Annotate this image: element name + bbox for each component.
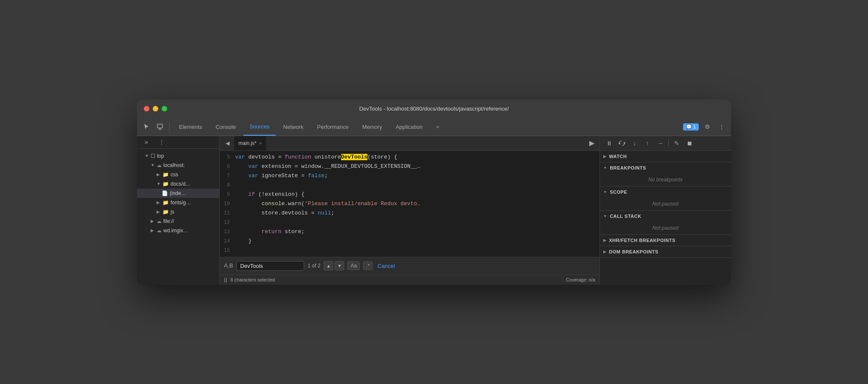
- tree-item-wd[interactable]: ▶ ☁ wd.imgix…: [137, 226, 219, 235]
- format-icon[interactable]: {}: [224, 277, 227, 282]
- tree-item-js[interactable]: ▶ 📁 js: [137, 207, 219, 217]
- dom-section-header[interactable]: ▶ DOM Breakpoints: [600, 246, 731, 257]
- code-line-11: 11 store.devtools = null;: [220, 209, 599, 218]
- sidebar-collapse-icon[interactable]: »: [140, 136, 152, 148]
- code-line-7: 7 var ignoreState = false;: [220, 171, 599, 181]
- main-toolbar: Elements Console Sources Network Perform…: [137, 118, 731, 136]
- search-input[interactable]: [236, 261, 304, 271]
- editor-panel: ◀ main.js* × ▶ 5var devtools = function …: [220, 136, 599, 285]
- editor-tabs: ◀ main.js* × ▶: [220, 136, 599, 151]
- step-into-button[interactable]: ↓: [629, 137, 641, 149]
- minimize-button[interactable]: [153, 106, 158, 111]
- close-button[interactable]: [144, 106, 149, 111]
- tree-item-fonts[interactable]: ▶ 📁 fonts/g…: [137, 198, 219, 207]
- pause-button[interactable]: ⏸: [603, 137, 615, 149]
- tab-elements[interactable]: Elements: [173, 118, 208, 136]
- maximize-button[interactable]: [162, 106, 167, 111]
- deactivate-breakpoints-button[interactable]: ✎: [671, 137, 683, 149]
- watch-label: Watch: [609, 154, 627, 159]
- tab-memory[interactable]: Memory: [356, 118, 388, 136]
- folder-icon: 📁: [162, 209, 169, 215]
- watch-section-header[interactable]: ▶ Watch: [600, 151, 731, 162]
- chat-badge[interactable]: 💬 1: [683, 123, 699, 131]
- sidebar-more-icon[interactable]: ⋮: [156, 136, 168, 148]
- step-button[interactable]: →: [654, 137, 666, 149]
- code-line-15: 15: [220, 246, 599, 255]
- tab-performance[interactable]: Performance: [311, 118, 354, 136]
- cloud-icon: ☁: [157, 218, 162, 224]
- scope-section: ▼ Scope Not paused: [600, 186, 731, 211]
- callstack-label: Call Stack: [610, 214, 641, 219]
- expand-arrow: ▼: [151, 163, 155, 167]
- expand-arrow: ▶: [151, 228, 155, 233]
- watch-section: ▶ Watch: [600, 151, 731, 162]
- inspect-icon[interactable]: [154, 121, 166, 133]
- callstack-section: ▼ Call Stack Not paused: [600, 211, 731, 235]
- file-tab-label: main.js*: [238, 140, 257, 146]
- breakpoints-label: Breakpoints: [610, 165, 646, 170]
- close-tab-icon[interactable]: ×: [259, 141, 262, 146]
- find-bar: A꜀B 1 of 2 ▲ ▼ Aa .* Cancel: [220, 257, 599, 275]
- more-options-icon[interactable]: ⋮: [716, 121, 728, 133]
- tree-item-docs[interactable]: ▼ 📁 docs/d…: [137, 179, 219, 189]
- coverage-label: Coverage: n/a: [566, 277, 595, 282]
- breakpoints-section-header[interactable]: ▼ Breakpoints: [600, 162, 731, 173]
- editor-file-tab-main[interactable]: main.js* ×: [234, 136, 266, 151]
- match-case-button[interactable]: Aa: [347, 262, 360, 270]
- code-line-10: 10 console.warn('Please install/enable R…: [220, 199, 599, 209]
- folder-icon: 📁: [162, 172, 169, 178]
- step-out-button[interactable]: ↑: [641, 137, 653, 149]
- find-next-button[interactable]: ▼: [335, 261, 344, 270]
- code-line-8: 8: [220, 181, 599, 190]
- tree-item-top[interactable]: ▼ ☐ top: [137, 151, 219, 161]
- code-line-12: 12: [220, 218, 599, 227]
- tree-item-file[interactable]: ▶ ☁ file://: [137, 217, 219, 226]
- expand-arrow: ▼: [145, 153, 149, 158]
- expand-arrow: ▶: [157, 172, 161, 177]
- expand-arrow: ▼: [157, 181, 161, 186]
- scope-label: Scope: [610, 189, 627, 195]
- status-left: {} 8 characters selected: [224, 277, 275, 282]
- dom-section: ▶ DOM Breakpoints: [600, 246, 731, 258]
- tab-network[interactable]: Network: [277, 118, 310, 136]
- expand-arrow: ▶: [157, 200, 161, 205]
- window-title: DevTools - localhost:8080/docs/devtools/…: [359, 106, 509, 112]
- callstack-section-header[interactable]: ▼ Call Stack: [600, 211, 731, 222]
- find-replace-icon: A꜀B: [224, 262, 233, 269]
- breakpoints-content: No breakpoints: [600, 173, 731, 186]
- tab-more[interactable]: »: [430, 118, 445, 136]
- find-prev-button[interactable]: ▲: [324, 261, 333, 270]
- cancel-find-button[interactable]: Cancel: [378, 263, 395, 269]
- breakpoints-section: ▼ Breakpoints No breakpoints: [600, 162, 731, 186]
- scope-section-header[interactable]: ▼ Scope: [600, 186, 731, 198]
- code-line-5: 5var devtools = function unistoreDevTool…: [220, 153, 599, 162]
- folder-icon: ☐: [151, 153, 155, 159]
- code-line-14: 14 }: [220, 237, 599, 246]
- dom-expand-arrow: ▶: [603, 250, 607, 254]
- code-editor[interactable]: 5var devtools = function unistoreDevTool…: [220, 151, 599, 257]
- xhr-expand-arrow: ▶: [603, 238, 607, 242]
- regex-button[interactable]: .*: [363, 262, 372, 270]
- settings-icon[interactable]: ⚙: [701, 121, 713, 133]
- editor-status-bar: {} 8 characters selected Coverage: n/a: [220, 275, 599, 285]
- callstack-content: Not paused: [600, 222, 731, 234]
- main-content: » ⋮ ▼ ☐ top ▼ ☁ localhost: ▶ 📁 css: [137, 136, 731, 285]
- tree-item-index[interactable]: 📄 (inde…: [137, 189, 219, 198]
- step-over-button[interactable]: [616, 137, 628, 149]
- toolbar-separator: [169, 122, 170, 131]
- xhr-section-header[interactable]: ▶ XHR/fetch Breakpoints: [600, 235, 731, 246]
- code-line-6: 6 var extension = window.__REDUX_DEVTOOL…: [220, 162, 599, 171]
- tree-item-css[interactable]: ▶ 📁 css: [137, 170, 219, 179]
- cloud-icon: ☁: [157, 228, 162, 234]
- tab-sources[interactable]: Sources: [244, 118, 276, 136]
- tab-console[interactable]: Console: [210, 118, 242, 136]
- folder-icon: 📁: [162, 200, 169, 206]
- tree-item-localhost[interactable]: ▼ ☁ localhost:: [137, 161, 219, 170]
- pointer-tool-icon[interactable]: [140, 121, 152, 133]
- folder-icon: 📁: [162, 181, 169, 187]
- pause-on-exceptions-button[interactable]: ⏹: [683, 137, 695, 149]
- tab-application[interactable]: Application: [390, 118, 429, 136]
- run-snippet-icon[interactable]: ▶: [587, 138, 597, 148]
- expand-arrow: ▶: [157, 209, 161, 214]
- back-tab-icon[interactable]: ◀: [222, 138, 232, 148]
